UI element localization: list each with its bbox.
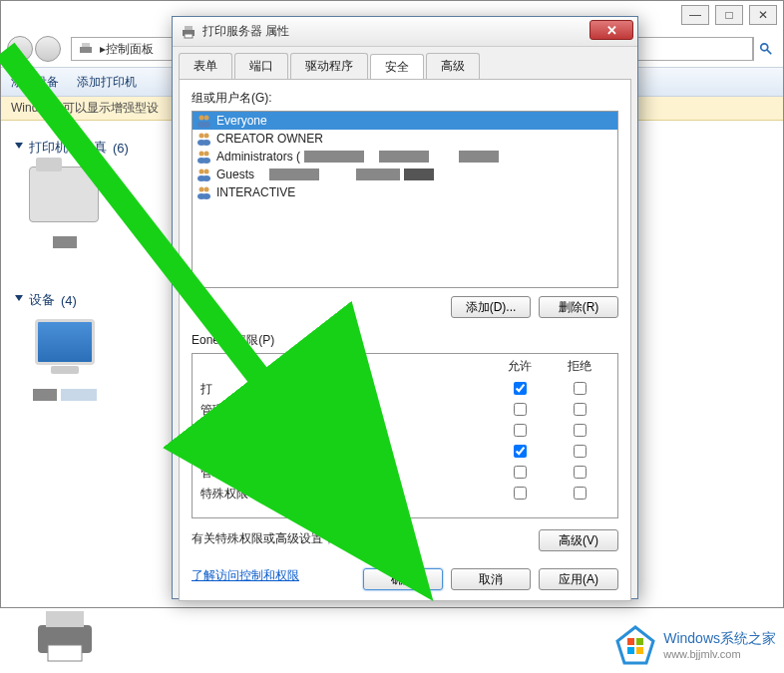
deny-checkbox[interactable]	[574, 403, 587, 416]
add-device-button[interactable]: 添加设备	[11, 74, 59, 91]
chevron-down-icon	[15, 143, 23, 153]
group-users-label: 组或用户名(G):	[192, 90, 618, 107]
user-administrators[interactable]: Administrators (	[193, 148, 617, 166]
svg-point-22	[202, 175, 210, 181]
tab-ports[interactable]: 端口	[234, 53, 288, 79]
svg-rect-1	[82, 43, 90, 47]
svg-rect-35	[627, 647, 634, 654]
chevron-down-icon	[15, 295, 23, 305]
svg-rect-30	[46, 611, 84, 627]
user-guests[interactable]: Guests	[193, 166, 617, 183]
permission-row: 管理文	[193, 421, 617, 442]
deny-checkbox[interactable]	[574, 382, 587, 395]
print-server-properties-dialog: 打印服务器 属性 ✕ 表单 端口 驱动程序 安全 高级 组或用户名(G): Ev…	[172, 16, 638, 599]
user-interactive[interactable]: INTERACTIVE	[193, 183, 617, 201]
back-button[interactable]	[7, 36, 33, 62]
watermark: Windows系统之家 www.bjjmlv.com	[615, 625, 776, 665]
svg-point-23	[199, 187, 204, 192]
svg-point-12	[204, 134, 209, 139]
svg-point-10	[202, 122, 210, 128]
breadcrumb-item[interactable]: 控制面板	[106, 41, 154, 58]
users-icon	[196, 132, 212, 146]
tab-drivers[interactable]: 驱动程序	[290, 53, 368, 79]
permissions-label: Eone 的权限(P)	[192, 332, 618, 349]
svg-rect-6	[185, 34, 193, 38]
learn-access-control-link[interactable]: 了解访问控制和权限	[192, 567, 299, 584]
allow-checkbox[interactable]	[514, 487, 527, 500]
deny-checkbox[interactable]	[574, 487, 587, 500]
svg-point-18	[202, 158, 210, 164]
svg-rect-31	[48, 645, 82, 661]
add-printer-button[interactable]: 添加打印机	[77, 74, 137, 91]
device-item[interactable]	[15, 319, 115, 417]
user-everyone[interactable]: Everyone	[193, 112, 617, 130]
tab-forms[interactable]: 表单	[179, 53, 232, 79]
allow-checkbox[interactable]	[514, 466, 527, 479]
minimize-button[interactable]: —	[681, 5, 709, 25]
cancel-button[interactable]: 取消	[451, 568, 531, 590]
tabs: 表单 端口 驱动程序 安全 高级	[173, 47, 637, 79]
deny-checkbox[interactable]	[574, 445, 587, 458]
fax-icon	[29, 167, 99, 222]
permission-row: 管理 机	[193, 400, 617, 421]
deny-checkbox[interactable]	[574, 466, 587, 479]
permission-name: 打	[200, 381, 490, 398]
allow-checkbox[interactable]	[514, 403, 527, 416]
permission-row: 特殊权限	[193, 484, 617, 505]
svg-point-15	[199, 152, 204, 157]
permission-row: 管理服务器	[193, 463, 617, 484]
printer-icon	[78, 41, 94, 57]
permissions-table: 允许 拒绝 打管理 机管理文查看服务管理服务器特殊权限	[192, 353, 618, 518]
svg-point-24	[204, 187, 209, 192]
watermark-brand: Windows	[663, 630, 720, 646]
tab-security[interactable]: 安全	[370, 54, 424, 80]
search-icon[interactable]	[753, 37, 777, 61]
user-list[interactable]: Everyone CREATOR OWNER Administrators ( …	[192, 111, 618, 288]
svg-rect-5	[185, 26, 193, 30]
apply-button[interactable]: 应用(A)	[539, 568, 618, 590]
dialog-title: 打印服务器 属性	[202, 23, 289, 40]
user-creator-owner[interactable]: CREATOR OWNER	[193, 130, 617, 148]
svg-point-16	[204, 152, 209, 157]
svg-point-26	[202, 193, 210, 199]
allow-checkbox[interactable]	[514, 424, 527, 437]
permission-name: 管理服务器	[200, 465, 490, 482]
forward-button[interactable]	[35, 36, 61, 62]
ok-button[interactable]: 确定	[363, 568, 443, 590]
dialog-titlebar[interactable]: 打印服务器 属性 ✕	[173, 17, 637, 47]
permission-name: 特殊权限	[200, 486, 490, 503]
permission-name: 管理 机	[200, 402, 490, 419]
permission-row: 打	[193, 379, 617, 400]
svg-point-11	[199, 134, 204, 139]
column-deny: 拒绝	[550, 358, 609, 375]
column-allow: 允许	[490, 358, 550, 375]
windows-logo-icon	[615, 625, 655, 665]
allow-checkbox[interactable]	[514, 382, 527, 395]
tab-advanced[interactable]: 高级	[426, 53, 480, 79]
add-user-button[interactable]: 添加(D)...	[451, 296, 531, 318]
printer-icon	[30, 605, 100, 665]
close-button[interactable]: ✕	[749, 5, 777, 25]
users-icon	[196, 114, 212, 128]
svg-point-7	[199, 116, 204, 121]
maximize-button[interactable]: □	[715, 5, 743, 25]
window-controls: — □ ✕	[681, 5, 777, 25]
printer-icon	[181, 24, 196, 40]
device-item[interactable]	[15, 167, 115, 251]
deny-checkbox[interactable]	[574, 424, 587, 437]
remove-user-button[interactable]: 删除(R)	[539, 296, 618, 318]
watermark-url: www.bjjmlv.com	[663, 648, 776, 660]
monitor-icon	[35, 319, 95, 365]
permission-name: 查看服务	[200, 444, 490, 461]
svg-point-2	[760, 44, 767, 51]
permission-row: 查看服务	[193, 442, 617, 463]
svg-line-3	[766, 50, 770, 54]
svg-point-8	[204, 116, 209, 121]
users-icon	[196, 168, 212, 181]
svg-marker-32	[617, 627, 653, 663]
allow-checkbox[interactable]	[514, 445, 527, 458]
close-button[interactable]: ✕	[589, 20, 633, 40]
svg-rect-34	[636, 638, 643, 645]
advanced-button[interactable]: 高级(V)	[539, 529, 618, 551]
svg-point-19	[199, 169, 204, 174]
